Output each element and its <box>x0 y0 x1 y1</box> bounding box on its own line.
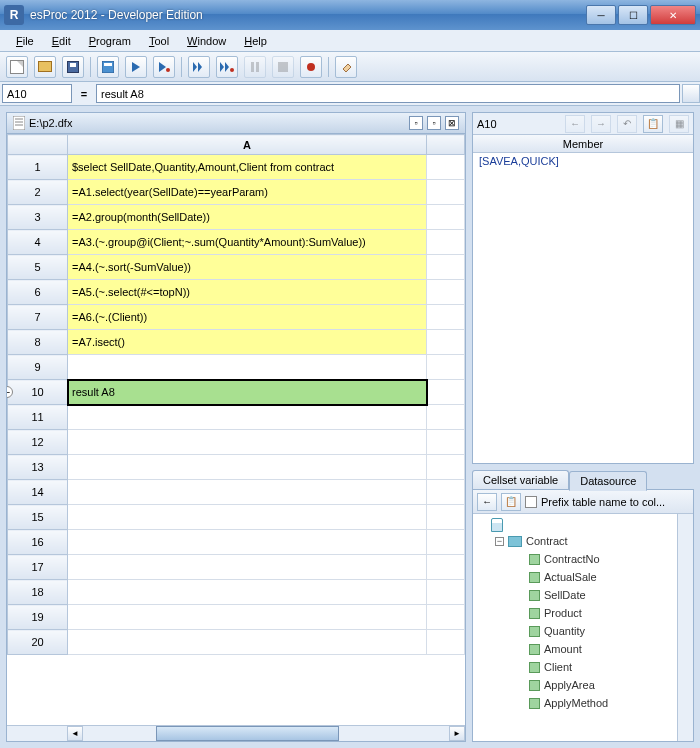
cell-a13[interactable] <box>68 455 427 480</box>
tree-field-selldate[interactable]: SellDate <box>513 586 673 604</box>
scroll-left-button[interactable]: ◄ <box>67 726 83 741</box>
cell-a4[interactable]: =A3.(~.group@i(Client;~.sum(Quantity*Amo… <box>68 230 427 255</box>
nav-copy-button[interactable]: 📋 <box>643 115 663 133</box>
step-over-button[interactable] <box>188 56 210 78</box>
cell-b15[interactable] <box>427 505 465 530</box>
cell-b8[interactable] <box>427 330 465 355</box>
cell-a3[interactable]: =A2.group(month(SellDate)) <box>68 205 427 230</box>
cell-a20[interactable] <box>68 630 427 655</box>
cell-b16[interactable] <box>427 530 465 555</box>
save-file-button[interactable] <box>62 56 84 78</box>
nav-back-button[interactable]: ← <box>565 115 585 133</box>
doc-close-button[interactable]: ⊠ <box>445 116 459 130</box>
row-header-11[interactable]: 11 <box>8 405 68 430</box>
menu-tool[interactable]: Tool <box>141 33 177 49</box>
cell-a12[interactable] <box>68 430 427 455</box>
tab-cellset-variable[interactable]: Cellset variable <box>472 470 569 489</box>
prefix-checkbox[interactable] <box>525 496 537 508</box>
cell-a7[interactable]: =A6.(~.(Client)) <box>68 305 427 330</box>
pause-button[interactable] <box>244 56 266 78</box>
row-header-12[interactable]: 12 <box>8 430 68 455</box>
row-header-8[interactable]: 8 <box>8 330 68 355</box>
menu-window[interactable]: Window <box>179 33 234 49</box>
member-value[interactable]: [SAVEA,QUICK] <box>473 153 693 463</box>
cell-a17[interactable] <box>68 555 427 580</box>
cell-b11[interactable] <box>427 405 465 430</box>
doc-restore-button[interactable]: ▫ <box>409 116 423 130</box>
cell-b18[interactable] <box>427 580 465 605</box>
cell-a14[interactable] <box>68 480 427 505</box>
tab-datasource[interactable]: Datasource <box>569 471 647 491</box>
cell-b3[interactable] <box>427 205 465 230</box>
stop-button[interactable] <box>272 56 294 78</box>
titlebar[interactable]: R esProc 2012 - Developer Edition ─ ☐ ✕ <box>0 0 700 30</box>
nav-forward-button[interactable]: → <box>591 115 611 133</box>
nav-chart-button[interactable]: ▦ <box>669 115 689 133</box>
cell-a11[interactable] <box>68 405 427 430</box>
cell-a10[interactable]: result A8 <box>68 380 427 405</box>
debug-button[interactable] <box>153 56 175 78</box>
cell-b1[interactable] <box>427 155 465 180</box>
cell-b20[interactable] <box>427 630 465 655</box>
cell-a9[interactable] <box>68 355 427 380</box>
close-button[interactable]: ✕ <box>650 5 696 25</box>
row-header-13[interactable]: 13 <box>8 455 68 480</box>
row-header-1[interactable]: 1 <box>8 155 68 180</box>
row-header-10[interactable]: 10− <box>8 380 68 405</box>
run-button[interactable] <box>125 56 147 78</box>
row-header-19[interactable]: 19 <box>8 605 68 630</box>
cell-b19[interactable] <box>427 605 465 630</box>
row-header-5[interactable]: 5 <box>8 255 68 280</box>
doc-maximize-button[interactable]: ▫ <box>427 116 441 130</box>
row-header-14[interactable]: 14 <box>8 480 68 505</box>
scroll-track[interactable] <box>83 726 449 741</box>
document-header[interactable]: E:\p2.dfx ▫ ▫ ⊠ <box>6 112 466 134</box>
cell-b2[interactable] <box>427 180 465 205</box>
cell-b5[interactable] <box>427 255 465 280</box>
row-header-3[interactable]: 3 <box>8 205 68 230</box>
cell-b10[interactable] <box>427 380 465 405</box>
cell-a2[interactable]: =A1.select(year(SellDate)==yearParam) <box>68 180 427 205</box>
new-file-button[interactable] <box>6 56 28 78</box>
row-header-2[interactable]: 2 <box>8 180 68 205</box>
cell-a8[interactable]: =A7.isect() <box>68 330 427 355</box>
scroll-right-button[interactable]: ► <box>449 726 465 741</box>
row-header-18[interactable]: 18 <box>8 580 68 605</box>
tree-field-quantity[interactable]: Quantity <box>513 622 673 640</box>
row-header-17[interactable]: 17 <box>8 555 68 580</box>
cell-b14[interactable] <box>427 480 465 505</box>
tree-db-node[interactable] <box>477 518 673 532</box>
step-into-button[interactable] <box>216 56 238 78</box>
row-header-6[interactable]: 6 <box>8 280 68 305</box>
cell-a15[interactable] <box>68 505 427 530</box>
row-header-4[interactable]: 4 <box>8 230 68 255</box>
cell-b4[interactable] <box>427 230 465 255</box>
nav-up-button[interactable]: ↶ <box>617 115 637 133</box>
cell-a6[interactable]: =A5.(~.select(#<=topN)) <box>68 280 427 305</box>
row-header-15[interactable]: 15 <box>8 505 68 530</box>
datasource-tree[interactable]: − Contract ContractNoActualSaleSellDateP… <box>473 514 677 741</box>
cell-b12[interactable] <box>427 430 465 455</box>
ds-copy-button[interactable]: 📋 <box>501 493 521 511</box>
cell-a1[interactable]: $select SellDate,Quantity,Amount,Client … <box>68 155 427 180</box>
row-header-9[interactable]: 9 <box>8 355 68 380</box>
minimize-button[interactable]: ─ <box>586 5 616 25</box>
column-header-spacer[interactable] <box>427 135 465 155</box>
menu-edit[interactable]: Edit <box>44 33 79 49</box>
scroll-thumb[interactable] <box>156 726 339 741</box>
cell-a5[interactable]: =A4.(~.sort(-SumValue)) <box>68 255 427 280</box>
menu-help[interactable]: Help <box>236 33 275 49</box>
cell-b7[interactable] <box>427 305 465 330</box>
row-header-20[interactable]: 20 <box>8 630 68 655</box>
breakpoint-button[interactable] <box>300 56 322 78</box>
formula-input[interactable]: result A8 <box>96 84 680 103</box>
open-file-button[interactable] <box>34 56 56 78</box>
tree-field-applymethod[interactable]: ApplyMethod <box>513 694 673 712</box>
cell-b17[interactable] <box>427 555 465 580</box>
grid-corner[interactable] <box>8 135 68 155</box>
menu-program[interactable]: Program <box>81 33 139 49</box>
cell-a19[interactable] <box>68 605 427 630</box>
tree-field-actualsale[interactable]: ActualSale <box>513 568 673 586</box>
tree-field-product[interactable]: Product <box>513 604 673 622</box>
calc-button[interactable] <box>97 56 119 78</box>
